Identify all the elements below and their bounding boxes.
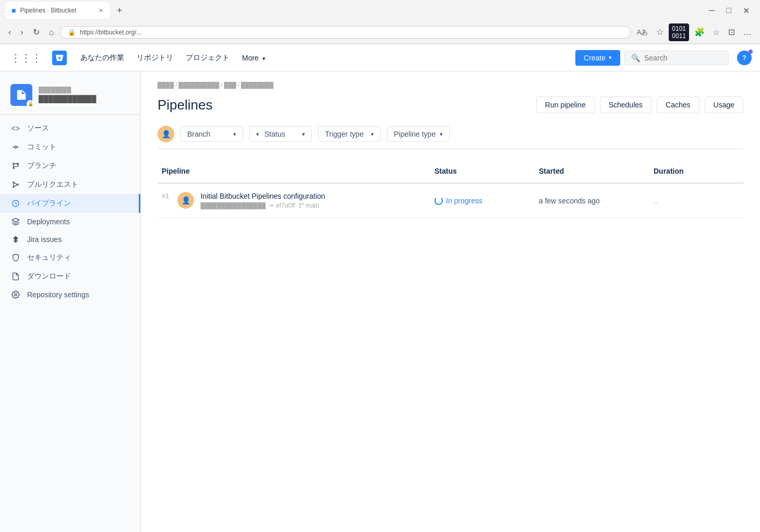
svg-point-14 [299, 203, 300, 204]
table-row[interactable]: #1 👤 Initial Bitbucket Pipelines configu… [158, 184, 743, 218]
sidebar-item-label-settings: Repository settings [27, 291, 89, 299]
main-layout: 🔒 ████████ ████████████ <> ソース コミット ブランチ [0, 71, 760, 532]
chevron-down-icon: ▾ [256, 131, 259, 138]
sidebar-item-branches[interactable]: ブランチ [0, 156, 140, 175]
sidebar-button2[interactable]: ⊡ [725, 25, 738, 39]
branch-filter[interactable]: Branch ▾ [180, 126, 243, 142]
minimize-button[interactable]: ─ [704, 5, 720, 17]
pipeline-details: Initial Bitbucket Pipelines configuratio… [200, 192, 325, 209]
sidebar-item-label-branches: ブランチ [27, 161, 56, 171]
security-icon [10, 253, 21, 262]
bitbucket-logo[interactable] [52, 51, 67, 65]
browser-controls: ‹ › ↻ ⌂ 🔒 https://bitbucket.org/... Aあ ☆… [0, 21, 760, 44]
filter-bar: 👤 Branch ▾ ▾ Status ▾ Trigger type ▾ Pip… [158, 126, 743, 149]
page-title: Pipelines [158, 97, 213, 113]
trigger-type-filter[interactable]: Trigger type ▾ [318, 126, 381, 142]
nav-your-work[interactable]: あなたの作業 [75, 50, 129, 66]
address-text: https://bitbucket.org/... [80, 29, 622, 36]
help-button[interactable]: ? [737, 51, 752, 65]
sidebar-item-deployments[interactable]: Deployments [0, 213, 140, 231]
svg-point-7 [13, 186, 15, 188]
chevron-down-icon: ▾ [609, 54, 612, 61]
back-button[interactable]: ‹ [5, 26, 14, 39]
status-filter[interactable]: ▾ Status ▾ [249, 126, 312, 142]
sidebar-item-source[interactable]: <> ソース [0, 119, 140, 138]
notification-dot [749, 50, 753, 54]
svg-point-6 [13, 182, 15, 184]
status-cell: In progress [430, 195, 535, 207]
col-pipeline: Pipeline [158, 164, 430, 178]
home-button[interactable]: ⌂ [46, 26, 57, 39]
create-button[interactable]: Create ▾ [575, 50, 620, 66]
pipeline-table: Pipeline Status Started Duration #1 👤 In… [158, 160, 743, 218]
grid-icon[interactable]: ⋮⋮⋮ [8, 50, 44, 66]
deployments-icon [10, 217, 21, 226]
search-icon: 🔍 [631, 54, 640, 62]
more-button[interactable]: … [740, 26, 755, 39]
nav-repositories[interactable]: リポジトリ [131, 50, 178, 66]
favorites-button[interactable]: ☆ [653, 25, 667, 39]
search-input[interactable] [644, 54, 717, 62]
breadcrumb: ████ / ██████████ / ███ / ████████ [158, 82, 743, 88]
page-actions: Run pipeline Schedules Caches Usage [536, 96, 743, 113]
pipeline-type-filter[interactable]: Pipeline type ▾ [387, 126, 450, 142]
nav-more[interactable]: More ▾ [237, 51, 271, 65]
svg-point-15 [303, 203, 304, 204]
settings-icon [10, 291, 21, 299]
reader-button[interactable]: Aあ [634, 26, 652, 39]
browser-tab[interactable]: ■ Pipelines · Bitbucket ✕ [5, 2, 110, 19]
commit-hash: ef7a0ff [269, 202, 295, 209]
pull-requests-icon [10, 180, 21, 189]
caches-button[interactable]: Caches [657, 96, 699, 113]
downloads-icon [10, 272, 21, 281]
chevron-down-icon: ▾ [262, 55, 266, 62]
lock-icon: 🔒 [27, 100, 34, 107]
status-text: In progress [446, 197, 482, 205]
new-tab-button[interactable]: + [114, 5, 126, 16]
chevron-down-icon: ▾ [440, 131, 443, 138]
started-cell: a few seconds ago [535, 195, 649, 207]
pipeline-number: #1 [162, 192, 169, 200]
sidebar-item-commits[interactable]: コミット [0, 138, 140, 156]
sidebar-item-label-jira: Jira issues [27, 235, 62, 244]
collections-button[interactable]: ☆ [710, 26, 723, 39]
tab-close-button[interactable]: ✕ [99, 7, 103, 14]
pipeline-type-filter-label: Pipeline type [394, 130, 436, 138]
duration-cell: .. [649, 195, 743, 207]
address-bar[interactable]: 🔒 https://bitbucket.org/... [60, 26, 630, 39]
jira-icon [10, 235, 21, 244]
sidebar-item-label-deployments: Deployments [27, 217, 70, 226]
svg-point-0 [15, 146, 17, 148]
usage-button[interactable]: Usage [705, 96, 743, 113]
sidebar-item-label-pipelines: パイプライン [27, 199, 71, 208]
refresh-button[interactable]: ↻ [30, 25, 43, 39]
search-box[interactable]: 🔍 [624, 51, 729, 65]
sidebar-item-security[interactable]: セキュリティ [0, 248, 140, 267]
schedules-button[interactable]: Schedules [600, 96, 652, 113]
puzzle-button[interactable]: 🧩 [691, 25, 708, 39]
forward-button[interactable]: › [17, 26, 26, 39]
chevron-down-icon: ▾ [371, 131, 374, 138]
svg-point-8 [17, 184, 19, 186]
sidebar-item-jira[interactable]: Jira issues [0, 231, 140, 248]
run-pipeline-button[interactable]: Run pipeline [536, 96, 595, 113]
sidebar-item-downloads[interactable]: ダウンロード [0, 267, 140, 286]
extensions-button[interactable]: 01010011 [669, 23, 689, 41]
branches-icon [10, 162, 21, 170]
sidebar-item-pipelines[interactable]: パイプライン [0, 194, 140, 213]
maximize-button[interactable]: □ [721, 5, 737, 17]
pipelines-icon [10, 199, 21, 208]
sidebar-item-settings[interactable]: Repository settings [0, 286, 140, 304]
nav-links: あなたの作業 リポジトリ プロジェクト More ▾ [75, 50, 571, 66]
nav-projects[interactable]: プロジェクト [180, 50, 235, 66]
branch-name: main [298, 202, 319, 209]
sidebar-item-label-downloads: ダウンロード [27, 272, 71, 281]
sidebar-item-label-commits: コミット [27, 142, 56, 152]
sidebar-item-pull-requests[interactable]: プルリクエスト [0, 175, 140, 194]
app-nav: ⋮⋮⋮ あなたの作業 リポジトリ プロジェクト More ▾ Create ▾ … [0, 44, 760, 71]
pipeline-avatar: 👤 [177, 192, 194, 209]
tab-title: Pipelines · Bitbucket [20, 7, 76, 14]
repo-icon: 🔒 [10, 84, 32, 106]
close-button[interactable]: ✕ [738, 5, 755, 17]
pipeline-name: Initial Bitbucket Pipelines configuratio… [200, 192, 325, 200]
